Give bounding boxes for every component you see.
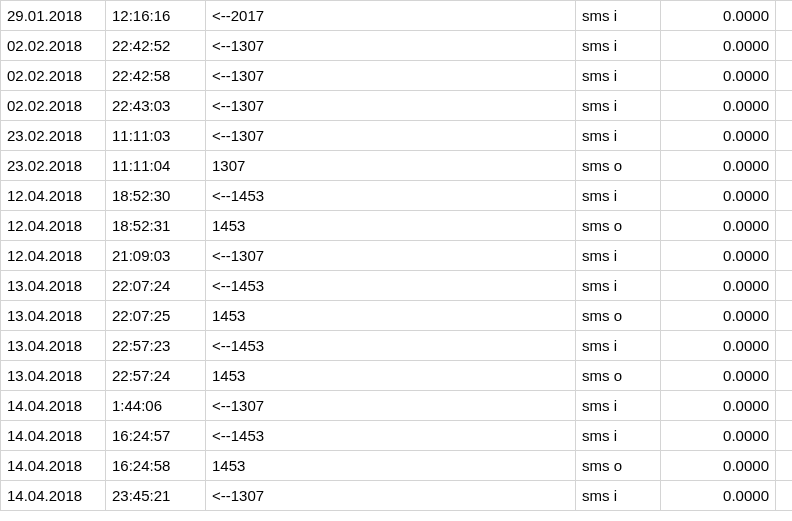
cell-time[interactable]: 11:11:04 <box>106 151 206 181</box>
cell-desc[interactable]: <--1307 <box>206 31 576 61</box>
cell-extra[interactable] <box>776 91 793 121</box>
cell-desc[interactable]: <--1307 <box>206 481 576 511</box>
cell-time[interactable]: 18:52:30 <box>106 181 206 211</box>
cell-amount[interactable]: 0.0000 <box>661 91 776 121</box>
cell-type[interactable]: sms i <box>576 421 661 451</box>
cell-date[interactable]: 12.04.2018 <box>1 181 106 211</box>
cell-type[interactable]: sms o <box>576 451 661 481</box>
cell-time[interactable]: 1:44:06 <box>106 391 206 421</box>
cell-time[interactable]: 16:24:58 <box>106 451 206 481</box>
cell-time[interactable]: 22:07:25 <box>106 301 206 331</box>
cell-type[interactable]: sms i <box>576 31 661 61</box>
cell-date[interactable]: 13.04.2018 <box>1 331 106 361</box>
cell-time[interactable]: 22:42:58 <box>106 61 206 91</box>
cell-extra[interactable] <box>776 151 793 181</box>
cell-desc[interactable]: <--1453 <box>206 421 576 451</box>
cell-desc[interactable]: <--1307 <box>206 391 576 421</box>
cell-amount[interactable]: 0.0000 <box>661 361 776 391</box>
cell-date[interactable]: 14.04.2018 <box>1 481 106 511</box>
cell-desc[interactable]: 1453 <box>206 301 576 331</box>
cell-extra[interactable] <box>776 301 793 331</box>
cell-amount[interactable]: 0.0000 <box>661 151 776 181</box>
cell-type[interactable]: sms i <box>576 391 661 421</box>
cell-extra[interactable] <box>776 211 793 241</box>
cell-extra[interactable] <box>776 391 793 421</box>
cell-type[interactable]: sms i <box>576 181 661 211</box>
cell-type[interactable]: sms i <box>576 241 661 271</box>
cell-desc[interactable]: <--1307 <box>206 91 576 121</box>
cell-extra[interactable] <box>776 121 793 151</box>
cell-amount[interactable]: 0.0000 <box>661 1 776 31</box>
cell-extra[interactable] <box>776 451 793 481</box>
cell-extra[interactable] <box>776 31 793 61</box>
cell-date[interactable]: 13.04.2018 <box>1 361 106 391</box>
cell-type[interactable]: sms o <box>576 211 661 241</box>
cell-time[interactable]: 12:16:16 <box>106 1 206 31</box>
cell-type[interactable]: sms i <box>576 1 661 31</box>
cell-date[interactable]: 12.04.2018 <box>1 211 106 241</box>
cell-amount[interactable]: 0.0000 <box>661 121 776 151</box>
cell-desc[interactable]: <--1307 <box>206 61 576 91</box>
cell-type[interactable]: sms i <box>576 121 661 151</box>
cell-date[interactable]: 23.02.2018 <box>1 121 106 151</box>
cell-amount[interactable]: 0.0000 <box>661 331 776 361</box>
cell-extra[interactable] <box>776 481 793 511</box>
cell-desc[interactable]: 1453 <box>206 361 576 391</box>
cell-type[interactable]: sms o <box>576 151 661 181</box>
cell-date[interactable]: 12.04.2018 <box>1 241 106 271</box>
cell-time[interactable]: 23:45:21 <box>106 481 206 511</box>
cell-type[interactable]: sms o <box>576 361 661 391</box>
cell-date[interactable]: 14.04.2018 <box>1 391 106 421</box>
cell-desc[interactable]: <--1453 <box>206 331 576 361</box>
cell-amount[interactable]: 0.0000 <box>661 481 776 511</box>
cell-type[interactable]: sms i <box>576 271 661 301</box>
cell-time[interactable]: 22:43:03 <box>106 91 206 121</box>
cell-time[interactable]: 22:57:23 <box>106 331 206 361</box>
cell-time[interactable]: 22:57:24 <box>106 361 206 391</box>
cell-extra[interactable] <box>776 181 793 211</box>
cell-date[interactable]: 13.04.2018 <box>1 271 106 301</box>
cell-amount[interactable]: 0.0000 <box>661 301 776 331</box>
cell-desc[interactable]: <--1307 <box>206 241 576 271</box>
cell-extra[interactable] <box>776 61 793 91</box>
cell-extra[interactable] <box>776 271 793 301</box>
cell-time[interactable]: 16:24:57 <box>106 421 206 451</box>
cell-desc[interactable]: <--2017 <box>206 1 576 31</box>
cell-desc[interactable]: 1453 <box>206 451 576 481</box>
cell-time[interactable]: 22:07:24 <box>106 271 206 301</box>
cell-desc[interactable]: 1307 <box>206 151 576 181</box>
cell-date[interactable]: 02.02.2018 <box>1 31 106 61</box>
cell-amount[interactable]: 0.0000 <box>661 271 776 301</box>
cell-date[interactable]: 02.02.2018 <box>1 91 106 121</box>
cell-time[interactable]: 11:11:03 <box>106 121 206 151</box>
cell-date[interactable]: 14.04.2018 <box>1 451 106 481</box>
cell-extra[interactable] <box>776 421 793 451</box>
cell-time[interactable]: 22:42:52 <box>106 31 206 61</box>
cell-time[interactable]: 21:09:03 <box>106 241 206 271</box>
cell-type[interactable]: sms i <box>576 91 661 121</box>
cell-type[interactable]: sms i <box>576 481 661 511</box>
cell-type[interactable]: sms i <box>576 61 661 91</box>
cell-amount[interactable]: 0.0000 <box>661 181 776 211</box>
cell-desc[interactable]: 1453 <box>206 211 576 241</box>
cell-amount[interactable]: 0.0000 <box>661 61 776 91</box>
cell-amount[interactable]: 0.0000 <box>661 421 776 451</box>
cell-type[interactable]: sms o <box>576 301 661 331</box>
cell-date[interactable]: 13.04.2018 <box>1 301 106 331</box>
cell-date[interactable]: 14.04.2018 <box>1 421 106 451</box>
cell-amount[interactable]: 0.0000 <box>661 31 776 61</box>
cell-amount[interactable]: 0.0000 <box>661 241 776 271</box>
cell-time[interactable]: 18:52:31 <box>106 211 206 241</box>
cell-extra[interactable] <box>776 331 793 361</box>
cell-date[interactable]: 29.01.2018 <box>1 1 106 31</box>
cell-extra[interactable] <box>776 361 793 391</box>
cell-date[interactable]: 02.02.2018 <box>1 61 106 91</box>
cell-amount[interactable]: 0.0000 <box>661 451 776 481</box>
cell-extra[interactable] <box>776 1 793 31</box>
cell-desc[interactable]: <--1453 <box>206 271 576 301</box>
cell-type[interactable]: sms i <box>576 331 661 361</box>
cell-amount[interactable]: 0.0000 <box>661 211 776 241</box>
cell-extra[interactable] <box>776 241 793 271</box>
cell-desc[interactable]: <--1307 <box>206 121 576 151</box>
cell-desc[interactable]: <--1453 <box>206 181 576 211</box>
